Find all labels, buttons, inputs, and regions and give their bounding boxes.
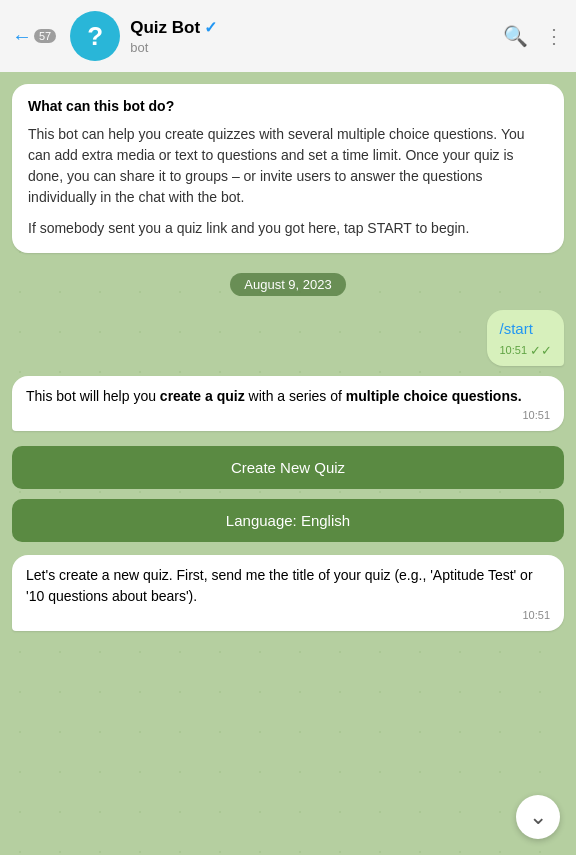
scroll-down-button[interactable]: ⌄ — [516, 795, 560, 839]
search-button[interactable]: 🔍 — [503, 24, 528, 48]
bold-create-quiz: create a quiz — [160, 388, 245, 404]
bot-reply-2-bubble: Let's create a new quiz. First, send me … — [12, 555, 564, 631]
sent-bubble-start: /start 10:51 ✓✓ — [487, 310, 564, 366]
message-row-start: /start 10:51 ✓✓ — [12, 310, 564, 366]
create-new-quiz-button[interactable]: Create New Quiz — [12, 446, 564, 489]
chat-messages-list: What can this bot do? This bot can help … — [0, 72, 576, 855]
bot-avatar[interactable]: ? — [70, 11, 120, 61]
info-paragraph-2: If somebody sent you a quiz link and you… — [28, 218, 548, 239]
info-paragraph-1: This bot can help you create quizzes wit… — [28, 124, 548, 208]
date-badge-text: August 9, 2023 — [230, 273, 345, 296]
info-bubble-title: What can this bot do? — [28, 98, 548, 114]
bot-reply-1-bubble: This bot will help you create a quiz wit… — [12, 376, 564, 431]
info-bubble-body: This bot can help you create quizzes wit… — [28, 124, 548, 239]
more-options-button[interactable]: ⋮ — [544, 24, 564, 48]
bot-reply-2-time-text: 10:51 — [522, 609, 550, 621]
bot-reply-1-text: This bot will help you create a quiz wit… — [26, 386, 550, 407]
bot-status: bot — [130, 40, 503, 55]
start-message-time: 10:51 ✓✓ — [499, 343, 552, 358]
action-buttons: Create New Quiz Language: English — [12, 443, 564, 545]
command-slash-start: /start — [499, 320, 532, 337]
message-row-bot-reply-2: Let's create a new quiz. First, send me … — [12, 555, 564, 633]
bold-multiple-choice: multiple choice questions. — [346, 388, 522, 404]
bot-name-text: Quiz Bot — [130, 18, 200, 38]
chevron-down-icon: ⌄ — [529, 806, 547, 828]
header-actions: 🔍 ⋮ — [503, 24, 564, 48]
chat-header: ← 57 ? Quiz Bot ✓ bot 🔍 ⋮ — [0, 0, 576, 72]
language-english-button[interactable]: Language: English — [12, 499, 564, 542]
date-separator: August 9, 2023 — [12, 273, 564, 296]
bot-reply-1-time: 10:51 — [26, 409, 550, 421]
bot-name-row: Quiz Bot ✓ — [130, 18, 503, 38]
back-arrow-icon: ← — [12, 25, 32, 48]
bot-reply-2-text: Let's create a new quiz. First, send me … — [26, 565, 550, 607]
message-row-bot-reply-1: This bot will help you create a quiz wit… — [12, 376, 564, 433]
start-command-text: /start — [499, 318, 552, 341]
header-info: Quiz Bot ✓ bot — [130, 18, 503, 55]
verified-icon: ✓ — [204, 18, 217, 37]
read-receipts: ✓✓ — [530, 343, 552, 358]
back-button[interactable]: ← 57 — [12, 25, 56, 48]
unread-badge: 57 — [34, 29, 56, 43]
avatar-icon: ? — [87, 23, 103, 49]
bot-reply-1-time-text: 10:51 — [522, 409, 550, 421]
bot-info-bubble: What can this bot do? This bot can help … — [12, 84, 564, 253]
start-time-text: 10:51 — [499, 344, 527, 356]
chat-background: What can this bot do? This bot can help … — [0, 72, 576, 855]
bot-reply-2-time: 10:51 — [26, 609, 550, 621]
